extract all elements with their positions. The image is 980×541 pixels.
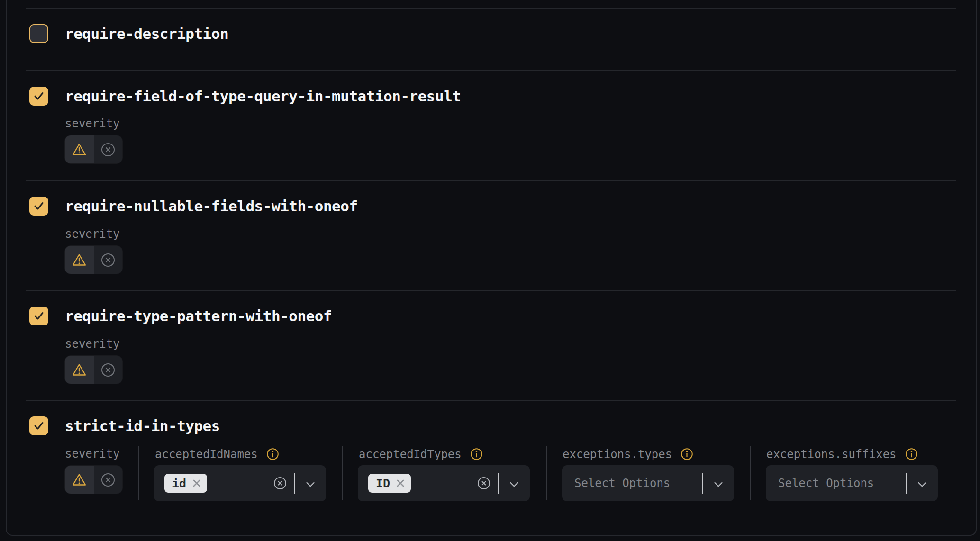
rule-row-require-type-pattern-with-oneof: require-type-pattern-with-oneof: [29, 307, 332, 325]
severity-label: severity: [65, 448, 120, 460]
info-icon[interactable]: [470, 448, 483, 460]
acceptedIdTypes-multiselect[interactable]: ID: [358, 465, 530, 501]
checkmark-icon: [34, 312, 44, 320]
exceptions-suffixes-multiselect[interactable]: Select Options: [766, 465, 938, 501]
severity-toggle-group: [64, 355, 123, 384]
warning-triangle-icon: [72, 363, 87, 377]
info-icon[interactable]: [681, 448, 693, 460]
severity-warn-button[interactable]: [65, 135, 94, 163]
severity-off-button[interactable]: [94, 466, 123, 494]
tag-remove-icon[interactable]: [192, 478, 201, 488]
severity-label: severity: [65, 338, 120, 350]
acceptedIdNames-multiselect[interactable]: id: [154, 465, 326, 501]
select-placeholder: Select Options: [574, 465, 670, 501]
circle-x-icon: [100, 472, 116, 487]
rule-checkbox[interactable]: [29, 197, 48, 216]
tag-chip: ID: [368, 474, 411, 493]
option-column-separator: [546, 446, 547, 500]
severity-warn-button[interactable]: [65, 246, 94, 274]
select-divider: [906, 473, 907, 494]
severity-warn-button[interactable]: [65, 356, 94, 384]
option-column-separator: [342, 446, 343, 500]
rule-row-strict-id-in-types: strict-id-in-types: [29, 416, 220, 435]
warning-triangle-icon: [72, 143, 87, 156]
row-divider: [26, 400, 956, 401]
select-placeholder: Select Options: [778, 465, 874, 501]
severity-label: severity: [65, 117, 120, 130]
option-label-exceptions-types: exceptions.types: [563, 448, 693, 460]
rule-row-require-nullable-fields-with-oneof: require-nullable-fields-with-oneof: [29, 197, 358, 216]
severity-label: severity: [65, 228, 120, 240]
select-divider: [294, 473, 295, 494]
select-divider: [702, 473, 703, 494]
circle-x-icon: [100, 252, 116, 268]
clear-selection-icon[interactable]: [273, 477, 287, 492]
tag-value: ID: [376, 477, 390, 490]
severity-off-button[interactable]: [94, 356, 123, 384]
chevron-down-icon[interactable]: [917, 480, 927, 489]
severity-toggle-group: [64, 465, 123, 494]
warning-triangle-icon: [72, 253, 87, 267]
rule-name: require-nullable-fields-with-oneof: [65, 198, 358, 215]
warning-triangle-icon: [72, 473, 87, 487]
rule-name: strict-id-in-types: [65, 417, 220, 434]
severity-toggle-group: [64, 245, 123, 274]
option-column-separator: [750, 446, 751, 500]
option-label-acceptedIdTypes: acceptedIdTypes: [359, 448, 483, 460]
chevron-down-icon[interactable]: [306, 480, 315, 489]
rule-name: require-field-of-type-query-in-mutation-…: [65, 88, 461, 105]
rule-checkbox[interactable]: [29, 24, 48, 43]
row-divider: [26, 8, 956, 9]
select-divider: [498, 473, 499, 494]
option-column-separator: [138, 446, 139, 500]
rule-row-require-description: require-description: [29, 24, 228, 43]
exceptions-types-multiselect[interactable]: Select Options: [562, 465, 734, 501]
checkmark-icon: [34, 202, 44, 210]
checkmark-icon: [34, 422, 44, 430]
rule-row-require-field-of-type-query-in-mutation-result: require-field-of-type-query-in-mutation-…: [29, 87, 461, 106]
circle-x-icon: [100, 362, 116, 378]
info-icon[interactable]: [266, 448, 279, 460]
severity-toggle-group: [64, 135, 123, 164]
severity-off-button[interactable]: [94, 135, 123, 163]
chevron-down-icon[interactable]: [714, 480, 723, 489]
tag-value: id: [172, 477, 186, 490]
option-label-acceptedIdNames: acceptedIdNames: [155, 448, 279, 460]
rule-checkbox[interactable]: [29, 307, 48, 325]
checkmark-icon: [34, 92, 44, 100]
rule-checkbox[interactable]: [29, 416, 48, 435]
severity-warn-button[interactable]: [65, 466, 94, 494]
tag-chip: id: [164, 474, 207, 493]
clear-selection-icon[interactable]: [477, 477, 490, 492]
row-divider: [26, 180, 956, 181]
chevron-down-icon[interactable]: [509, 480, 519, 489]
tag-remove-icon[interactable]: [396, 478, 405, 488]
circle-x-icon: [100, 142, 116, 157]
row-divider: [26, 290, 956, 291]
row-divider: [26, 70, 956, 71]
info-icon[interactable]: [905, 448, 918, 460]
rule-name: require-description: [65, 25, 228, 42]
rule-checkbox[interactable]: [29, 87, 48, 106]
severity-off-button[interactable]: [94, 246, 123, 274]
rule-name: require-type-pattern-with-oneof: [65, 307, 332, 325]
option-label-exceptions-suffixes: exceptions.suffixes: [766, 448, 918, 460]
